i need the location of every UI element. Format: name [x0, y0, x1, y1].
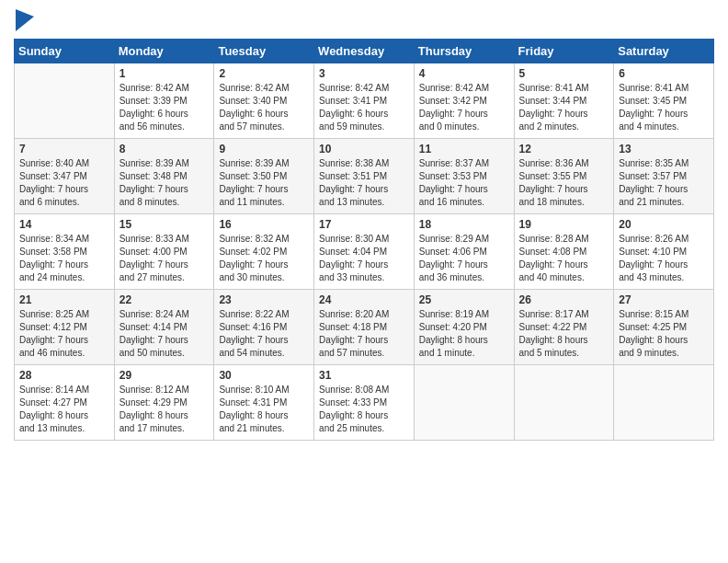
- calendar-cell: 17Sunrise: 8:30 AM Sunset: 4:04 PM Dayli…: [314, 214, 415, 290]
- day-number: 28: [19, 369, 109, 382]
- day-number: 6: [619, 67, 709, 80]
- calendar-cell: 11Sunrise: 8:37 AM Sunset: 3:53 PM Dayli…: [414, 139, 514, 214]
- calendar-cell: 6Sunrise: 8:41 AM Sunset: 3:45 PM Daylig…: [614, 63, 714, 139]
- day-number: 8: [119, 143, 210, 155]
- calendar-cell: 22Sunrise: 8:24 AM Sunset: 4:14 PM Dayli…: [114, 290, 214, 365]
- calendar-cell: 9Sunrise: 8:39 AM Sunset: 3:50 PM Daylig…: [214, 139, 314, 214]
- week-row-1: 1Sunrise: 8:42 AM Sunset: 3:39 PM Daylig…: [15, 63, 714, 139]
- calendar-cell: 1Sunrise: 8:42 AM Sunset: 3:39 PM Daylig…: [114, 63, 214, 139]
- day-info: Sunrise: 8:08 AM Sunset: 4:33 PM Dayligh…: [319, 384, 409, 435]
- day-info: Sunrise: 8:36 AM Sunset: 3:55 PM Dayligh…: [519, 157, 609, 209]
- day-info: Sunrise: 8:25 AM Sunset: 4:12 PM Dayligh…: [19, 308, 109, 360]
- calendar-cell: [614, 365, 714, 441]
- calendar-cell: 12Sunrise: 8:36 AM Sunset: 3:55 PM Dayli…: [514, 139, 614, 214]
- day-number: 5: [519, 67, 609, 80]
- svg-marker-0: [16, 9, 34, 31]
- day-info: Sunrise: 8:24 AM Sunset: 4:14 PM Dayligh…: [119, 308, 210, 360]
- day-info: Sunrise: 8:41 AM Sunset: 3:45 PM Dayligh…: [619, 82, 709, 133]
- day-number: 3: [319, 67, 409, 80]
- calendar-cell: 16Sunrise: 8:32 AM Sunset: 4:02 PM Dayli…: [214, 214, 314, 290]
- day-info: Sunrise: 8:20 AM Sunset: 4:18 PM Dayligh…: [319, 308, 409, 360]
- day-info: Sunrise: 8:19 AM Sunset: 4:20 PM Dayligh…: [419, 308, 509, 360]
- day-header-tuesday: Tuesday: [214, 40, 314, 63]
- day-info: Sunrise: 8:37 AM Sunset: 3:53 PM Dayligh…: [419, 157, 509, 209]
- day-header-thursday: Thursday: [414, 40, 514, 63]
- day-number: 23: [219, 293, 309, 306]
- calendar-cell: 25Sunrise: 8:19 AM Sunset: 4:20 PM Dayli…: [414, 290, 514, 365]
- day-number: 21: [19, 293, 109, 306]
- calendar-cell: [15, 63, 115, 139]
- calendar-cell: 13Sunrise: 8:35 AM Sunset: 3:57 PM Dayli…: [614, 139, 714, 214]
- day-info: Sunrise: 8:39 AM Sunset: 3:50 PM Dayligh…: [219, 157, 309, 209]
- day-number: 17: [319, 218, 409, 231]
- calendar-cell: 5Sunrise: 8:41 AM Sunset: 3:44 PM Daylig…: [514, 63, 614, 139]
- calendar-cell: 28Sunrise: 8:14 AM Sunset: 4:27 PM Dayli…: [15, 365, 115, 441]
- calendar-cell: 8Sunrise: 8:39 AM Sunset: 3:48 PM Daylig…: [114, 139, 214, 214]
- calendar-cell: 7Sunrise: 8:40 AM Sunset: 3:47 PM Daylig…: [15, 139, 115, 214]
- day-info: Sunrise: 8:30 AM Sunset: 4:04 PM Dayligh…: [319, 233, 409, 284]
- day-number: 25: [419, 293, 509, 306]
- logo-icon: [16, 9, 34, 31]
- day-number: 30: [219, 369, 309, 382]
- day-number: 14: [19, 218, 109, 231]
- header-row: SundayMondayTuesdayWednesdayThursdayFrid…: [15, 40, 714, 63]
- day-number: 24: [319, 293, 409, 306]
- calendar-cell: 24Sunrise: 8:20 AM Sunset: 4:18 PM Dayli…: [314, 290, 415, 365]
- calendar-cell: [414, 365, 514, 441]
- day-info: Sunrise: 8:26 AM Sunset: 4:10 PM Dayligh…: [619, 233, 709, 284]
- day-header-saturday: Saturday: [614, 40, 714, 63]
- calendar-cell: 31Sunrise: 8:08 AM Sunset: 4:33 PM Dayli…: [314, 365, 415, 441]
- day-info: Sunrise: 8:29 AM Sunset: 4:06 PM Dayligh…: [419, 233, 509, 284]
- week-row-2: 7Sunrise: 8:40 AM Sunset: 3:47 PM Daylig…: [15, 139, 714, 214]
- calendar-cell: [514, 365, 614, 441]
- day-info: Sunrise: 8:40 AM Sunset: 3:47 PM Dayligh…: [19, 157, 109, 209]
- day-info: Sunrise: 8:42 AM Sunset: 3:39 PM Dayligh…: [119, 82, 210, 133]
- day-info: Sunrise: 8:41 AM Sunset: 3:44 PM Dayligh…: [519, 82, 609, 133]
- calendar-cell: 20Sunrise: 8:26 AM Sunset: 4:10 PM Dayli…: [614, 214, 714, 290]
- day-info: Sunrise: 8:42 AM Sunset: 3:42 PM Dayligh…: [419, 82, 509, 133]
- week-row-3: 14Sunrise: 8:34 AM Sunset: 3:58 PM Dayli…: [15, 214, 714, 290]
- day-number: 12: [519, 143, 609, 155]
- day-info: Sunrise: 8:42 AM Sunset: 3:41 PM Dayligh…: [319, 82, 409, 133]
- page-container: SundayMondayTuesdayWednesdayThursdayFrid…: [0, 0, 728, 450]
- day-info: Sunrise: 8:17 AM Sunset: 4:22 PM Dayligh…: [519, 308, 609, 360]
- calendar-cell: 18Sunrise: 8:29 AM Sunset: 4:06 PM Dayli…: [414, 214, 514, 290]
- day-number: 22: [119, 293, 210, 306]
- day-info: Sunrise: 8:39 AM Sunset: 3:48 PM Dayligh…: [119, 157, 210, 209]
- calendar-cell: 14Sunrise: 8:34 AM Sunset: 3:58 PM Dayli…: [15, 214, 115, 290]
- week-row-5: 28Sunrise: 8:14 AM Sunset: 4:27 PM Dayli…: [15, 365, 714, 441]
- day-number: 20: [619, 218, 709, 231]
- day-info: Sunrise: 8:34 AM Sunset: 3:58 PM Dayligh…: [19, 233, 109, 284]
- day-number: 11: [419, 143, 509, 155]
- calendar-cell: 10Sunrise: 8:38 AM Sunset: 3:51 PM Dayli…: [314, 139, 415, 214]
- day-number: 7: [19, 143, 109, 155]
- week-row-4: 21Sunrise: 8:25 AM Sunset: 4:12 PM Dayli…: [15, 290, 714, 365]
- day-info: Sunrise: 8:32 AM Sunset: 4:02 PM Dayligh…: [219, 233, 309, 284]
- day-info: Sunrise: 8:28 AM Sunset: 4:08 PM Dayligh…: [519, 233, 609, 284]
- day-number: 16: [219, 218, 309, 231]
- day-number: 29: [119, 369, 210, 382]
- header: [14, 9, 714, 31]
- calendar-cell: 26Sunrise: 8:17 AM Sunset: 4:22 PM Dayli…: [514, 290, 614, 365]
- calendar-cell: 30Sunrise: 8:10 AM Sunset: 4:31 PM Dayli…: [214, 365, 314, 441]
- calendar-cell: 27Sunrise: 8:15 AM Sunset: 4:25 PM Dayli…: [614, 290, 714, 365]
- day-info: Sunrise: 8:14 AM Sunset: 4:27 PM Dayligh…: [19, 384, 109, 435]
- day-number: 15: [119, 218, 210, 231]
- day-info: Sunrise: 8:35 AM Sunset: 3:57 PM Dayligh…: [619, 157, 709, 209]
- day-number: 2: [219, 67, 309, 80]
- day-header-friday: Friday: [514, 40, 614, 63]
- day-info: Sunrise: 8:12 AM Sunset: 4:29 PM Dayligh…: [119, 384, 210, 435]
- day-info: Sunrise: 8:38 AM Sunset: 3:51 PM Dayligh…: [319, 157, 409, 209]
- day-number: 31: [319, 369, 409, 382]
- day-header-wednesday: Wednesday: [314, 40, 415, 63]
- day-info: Sunrise: 8:33 AM Sunset: 4:00 PM Dayligh…: [119, 233, 210, 284]
- day-number: 10: [319, 143, 409, 155]
- day-header-monday: Monday: [114, 40, 214, 63]
- day-number: 26: [519, 293, 609, 306]
- day-info: Sunrise: 8:10 AM Sunset: 4:31 PM Dayligh…: [219, 384, 309, 435]
- day-number: 4: [419, 67, 509, 80]
- day-number: 27: [619, 293, 709, 306]
- calendar-cell: 2Sunrise: 8:42 AM Sunset: 3:40 PM Daylig…: [214, 63, 314, 139]
- day-number: 13: [619, 143, 709, 155]
- calendar-cell: 4Sunrise: 8:42 AM Sunset: 3:42 PM Daylig…: [414, 63, 514, 139]
